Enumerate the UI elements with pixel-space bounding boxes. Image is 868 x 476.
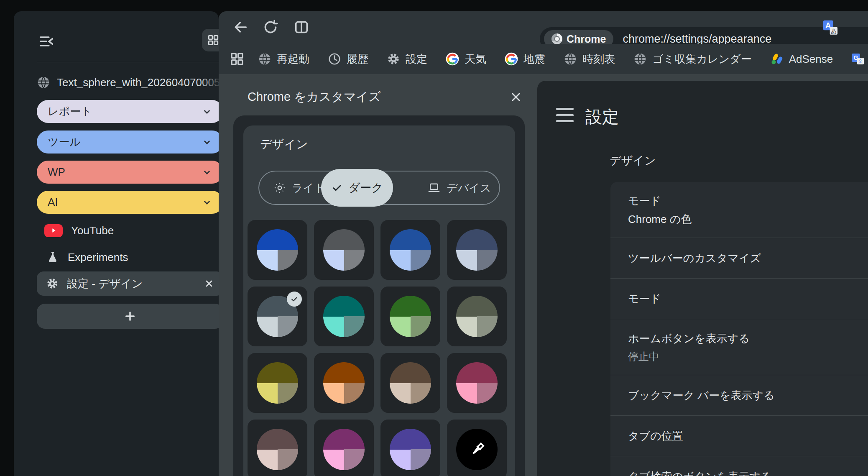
settings-row-mode[interactable]: モード (610, 279, 868, 319)
google-g-icon (505, 52, 518, 66)
bookmark-label: 設定 (406, 52, 427, 67)
theme-swatch[interactable] (447, 353, 507, 413)
svg-text:あ: あ (830, 28, 837, 34)
plus-icon (123, 310, 137, 323)
bookmark-item[interactable]: 時刻表 (564, 52, 615, 67)
apps-grid-icon[interactable] (230, 51, 245, 67)
sidebar-tab-youtube[interactable]: YouTube (37, 220, 223, 241)
chrome-logo-icon (551, 33, 562, 44)
bookmark-label: 時刻表 (582, 52, 615, 67)
custom-color-swatch[interactable] (447, 420, 507, 476)
chevron-down-icon (202, 137, 212, 148)
vertical-tabs-sidebar: Text_sphere_with_202604070005.j レポート ツール… (14, 11, 219, 476)
theme-circle (456, 296, 498, 337)
split-view-icon[interactable] (293, 19, 310, 36)
row-title: モード (628, 289, 868, 308)
customize-panel-title: Chrome をカスタマイズ (248, 89, 381, 105)
settings-row-home-button[interactable]: ホームボタンを表示する 停止中 (610, 319, 868, 375)
sidebar-tab-text-sphere[interactable]: Text_sphere_with_202604070005.j (37, 72, 223, 93)
sidebar-tab-experiments[interactable]: Experiments (37, 247, 223, 267)
theme-grid (248, 220, 507, 476)
tab-group-ai[interactable]: AI (37, 191, 223, 214)
sidebar-collapse-icon[interactable] (38, 33, 55, 50)
customize-close-icon[interactable] (509, 90, 523, 104)
tab-group-report[interactable]: レポート (37, 100, 223, 123)
theme-swatch[interactable] (314, 420, 374, 476)
selected-check-icon (287, 292, 302, 307)
theme-swatch[interactable] (248, 220, 307, 280)
tab-group-label: WP (48, 166, 65, 179)
laptop-icon (427, 181, 441, 194)
theme-circle (323, 362, 365, 404)
theme-circle (323, 296, 365, 337)
tab-group-tools[interactable]: ツール (37, 131, 223, 154)
theme-swatch[interactable] (447, 287, 507, 346)
sun-icon (273, 182, 286, 194)
tab-group-label: ツール (48, 135, 81, 149)
bookmark-item[interactable]: ゴミ収集カレンダー (633, 52, 752, 67)
row-title: ブックマーク バーを表示する (628, 386, 868, 404)
row-title: タブ検索のボタンを表示する (628, 467, 868, 476)
site-chip-label: Chrome (567, 33, 606, 45)
bookmarks-list: 再起動 履歴 設定 天気 地震 時刻表 (258, 52, 868, 67)
mode-label: デバイス (447, 181, 491, 195)
theme-swatch[interactable] (314, 353, 374, 413)
theme-swatch[interactable] (248, 420, 307, 476)
globe-icon (37, 76, 50, 89)
reload-icon[interactable] (262, 19, 279, 36)
theme-swatch[interactable] (380, 220, 440, 280)
tab-group-wp[interactable]: WP (37, 161, 223, 184)
theme-swatch[interactable] (380, 420, 440, 476)
settings-row-toolbar-customize[interactable]: ツールバーのカスタマイズ (610, 238, 868, 279)
mode-label: ライト (292, 181, 325, 195)
back-icon[interactable] (232, 19, 249, 36)
gear-icon (46, 277, 59, 290)
tab-label: Experiments (68, 251, 128, 264)
theme-swatch[interactable] (314, 287, 374, 346)
row-title: モード (628, 192, 868, 210)
svg-text:文: 文 (858, 59, 863, 64)
theme-circle (390, 362, 431, 404)
row-title: ホームボタンを表示する (628, 329, 868, 348)
bookmark-item[interactable]: 再起動 (258, 52, 309, 67)
flask-icon (46, 251, 59, 264)
tab-group-label: AI (48, 196, 58, 209)
close-icon[interactable] (204, 279, 214, 289)
mode-dark-button-selected[interactable]: ダーク (321, 169, 393, 207)
bookmark-item[interactable]: G文 Google 翻訳 (851, 52, 868, 67)
browser-toolbar: Chrome chrome://settings/appearance A あ (219, 11, 868, 44)
settings-row-mode-color[interactable]: モード Chrome の色 (610, 182, 868, 238)
settings-row-tab-search[interactable]: タブ検索のボタンを表示する (610, 456, 868, 476)
chevron-down-icon (202, 167, 212, 178)
mode-device-button[interactable]: デバイス (419, 171, 499, 204)
bookmark-item[interactable]: 履歴 (328, 52, 368, 67)
row-title: タブの位置 (628, 427, 868, 445)
translate-extension-icon[interactable]: A あ (822, 19, 839, 37)
settings-row-bookmarks-bar[interactable]: ブックマーク バーを表示する (610, 375, 868, 416)
translate-icon: G文 (851, 52, 865, 66)
globe-icon (564, 52, 577, 66)
bookmark-item[interactable]: 設定 (387, 52, 427, 67)
settings-row-tab-position[interactable]: タブの位置 (610, 416, 868, 456)
bookmark-item[interactable]: 天気 (446, 52, 486, 67)
globe-icon (633, 52, 647, 66)
bookmark-label: 地震 (523, 52, 545, 67)
sidebar-divider (37, 62, 223, 62)
theme-swatch[interactable] (447, 220, 507, 280)
check-icon (331, 182, 343, 194)
theme-circle (257, 429, 298, 470)
bookmark-item[interactable]: 地震 (505, 52, 545, 67)
settings-menu-icon[interactable] (556, 108, 574, 122)
new-tab-button[interactable] (37, 304, 223, 329)
sidebar-tab-settings-active[interactable]: 設定 - デザイン (37, 271, 223, 296)
adsense-icon (770, 52, 784, 66)
theme-swatch[interactable] (380, 287, 440, 346)
bookmark-item[interactable]: AdSense (770, 52, 833, 66)
bookmark-label: 天気 (465, 52, 486, 67)
eyedropper-icon (468, 440, 486, 459)
theme-circle (390, 429, 431, 470)
theme-swatch[interactable] (314, 220, 374, 280)
theme-swatch-selected[interactable] (248, 287, 307, 346)
theme-swatch[interactable] (380, 353, 440, 413)
theme-swatch[interactable] (248, 353, 307, 413)
